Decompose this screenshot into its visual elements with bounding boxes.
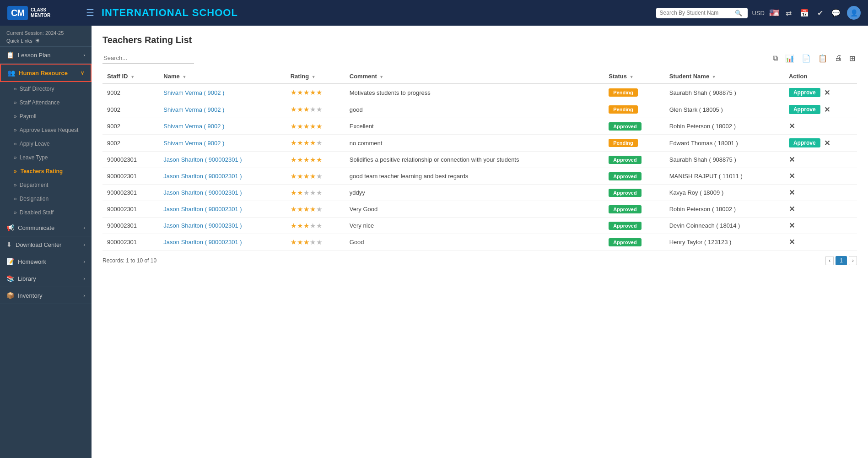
staff-name-link[interactable]: Jason Sharlton ( 900002301 ) [163, 222, 242, 229]
sidebar-sub-apply-leave[interactable]: » Apply Leave [0, 137, 92, 151]
inventory-icon: 📦 [6, 292, 14, 299]
col-header-status[interactable]: Status ▼ [604, 69, 664, 84]
star-2-icon: ★ [297, 139, 303, 147]
star-3-icon: ★ [303, 122, 309, 131]
status-badge: Pending [609, 88, 637, 97]
delete-button[interactable]: ✕ [789, 172, 795, 180]
sidebar-sub-designation[interactable]: » Designation [0, 192, 92, 206]
cell-action: ✕ [784, 152, 857, 168]
flag-icon[interactable]: 🇺🇸 [769, 8, 779, 18]
cell-comment: Excellent [345, 118, 604, 135]
check-icon[interactable]: ✔ [815, 7, 825, 19]
col-header-rating[interactable]: Rating ▼ [286, 69, 345, 84]
delete-button[interactable]: ✕ [789, 238, 795, 246]
table-search-input[interactable] [102, 53, 194, 64]
column-visibility-icon[interactable]: ⊞ [847, 53, 857, 64]
staff-name-link[interactable]: Jason Sharlton ( 900002301 ) [163, 173, 242, 180]
star-2-icon: ★ [297, 205, 303, 213]
delete-button[interactable]: ✕ [789, 221, 795, 230]
next-page-button[interactable]: › [849, 256, 857, 265]
col-header-name[interactable]: Name ▼ [159, 69, 286, 84]
star-4-icon: ★ [310, 189, 316, 197]
delete-button[interactable]: ✕ [789, 155, 795, 164]
cell-status: Approved [604, 152, 664, 168]
prev-page-button[interactable]: ‹ [825, 256, 834, 265]
cell-name: Jason Sharlton ( 900002301 ) [159, 168, 286, 185]
sidebar: Current Session: 2024-25 Quick Links ⊞ 📋… [0, 26, 92, 458]
staff-name-link[interactable]: Shivam Verma ( 9002 ) [163, 140, 224, 147]
delete-button[interactable]: ✕ [824, 105, 830, 114]
cell-name: Shivam Verma ( 9002 ) [159, 84, 286, 101]
sidebar-sub-staff-attendance[interactable]: » Staff Attendance [0, 96, 92, 109]
action-cell: ✕ [789, 238, 852, 246]
student-search-input[interactable] [660, 10, 733, 16]
status-badge: Approved [609, 238, 641, 246]
star-3-icon: ★ [303, 189, 309, 197]
staff-name-link[interactable]: Jason Sharlton ( 900002301 ) [163, 189, 242, 196]
star-4-icon: ★ [310, 139, 316, 147]
copy-icon[interactable]: ⧉ [771, 53, 780, 63]
cell-comment: good [345, 101, 604, 118]
cell-comment: Solidifies a positive relationship or co… [345, 152, 604, 168]
sidebar-sub-label: Staff Directory [20, 86, 54, 92]
sidebar-item-homework[interactable]: 📝 Homework › [0, 253, 92, 270]
delete-button[interactable]: ✕ [789, 205, 795, 213]
sidebar-item-communicate[interactable]: 📢 Communicate › [0, 219, 92, 236]
user-avatar[interactable]: 👤 [847, 6, 861, 20]
sidebar-item-inventory[interactable]: 📦 Inventory › [0, 287, 92, 304]
delete-button[interactable]: ✕ [789, 188, 795, 197]
staff-name-link[interactable]: Jason Sharlton ( 900002301 ) [163, 206, 242, 213]
approve-button[interactable]: Approve [789, 105, 820, 114]
approve-button[interactable]: Approve [789, 88, 820, 97]
staff-name-link[interactable]: Shivam Verma ( 9002 ) [163, 89, 224, 96]
delete-button[interactable]: ✕ [824, 139, 830, 147]
cell-comment: Very nice [345, 218, 604, 234]
delete-button[interactable]: ✕ [824, 88, 830, 97]
sidebar-sub-disabled-staff[interactable]: » Disabled Staff [0, 206, 92, 219]
sidebar-sub-leave-type[interactable]: » Leave Type [0, 151, 92, 164]
approve-button[interactable]: Approve [789, 138, 820, 147]
staff-name-link[interactable]: Shivam Verma ( 9002 ) [163, 123, 224, 130]
sub-arrow-icon: » [14, 86, 17, 92]
col-header-student-name[interactable]: Student Name ▼ [665, 69, 784, 84]
star-2-icon: ★ [297, 105, 303, 114]
delete-button[interactable]: ✕ [789, 122, 795, 131]
sidebar-sub-payroll[interactable]: » Payroll [0, 109, 92, 123]
sidebar-sub-approve-leave[interactable]: » Approve Leave Request [0, 123, 92, 137]
sidebar-item-lesson-plan[interactable]: 📋 Lesson Plan › [0, 47, 92, 64]
sub-arrow-icon: » [14, 113, 17, 120]
star-2-icon: ★ [297, 238, 303, 246]
sidebar-item-library[interactable]: 📚 Library › [0, 270, 92, 287]
hamburger-icon[interactable]: ☰ [86, 7, 94, 18]
exchange-icon[interactable]: ⇄ [784, 7, 793, 19]
page-1-button[interactable]: 1 [836, 256, 847, 265]
calendar-icon[interactable]: 📅 [798, 7, 811, 19]
pdf-export-icon[interactable]: 📋 [816, 53, 829, 64]
cell-name: Jason Sharlton ( 900002301 ) [159, 234, 286, 251]
staff-name-link[interactable]: Shivam Verma ( 9002 ) [163, 106, 224, 113]
excel-export-icon[interactable]: 📊 [783, 53, 796, 64]
col-header-comment[interactable]: Comment ▼ [345, 69, 604, 84]
cell-name: Jason Sharlton ( 900002301 ) [159, 201, 286, 218]
sidebar-sub-staff-directory[interactable]: » Staff Directory [0, 82, 92, 96]
csv-export-icon[interactable]: 📄 [800, 53, 813, 64]
sidebar-sub-teachers-rating[interactable]: Teachers Rating [0, 164, 92, 178]
search-icon[interactable]: 🔍 [735, 10, 742, 16]
whatsapp-icon[interactable]: 💬 [830, 7, 842, 19]
status-badge: Approved [609, 222, 641, 230]
sidebar-item-download-center[interactable]: ⬇ Download Center › [0, 236, 92, 253]
star-4-icon: ★ [310, 122, 316, 131]
student-search-box[interactable]: 🔍 [656, 8, 748, 18]
sidebar-sub-department[interactable]: » Department [0, 178, 92, 192]
quick-links[interactable]: Quick Links ⊞ [6, 38, 85, 44]
staff-name-link[interactable]: Jason Sharlton ( 900002301 ) [163, 156, 242, 163]
sidebar-item-human-resource[interactable]: 👥 Human Resource ∨ [0, 64, 92, 82]
staff-name-link[interactable]: Jason Sharlton ( 900002301 ) [163, 239, 242, 245]
quick-links-icon: ⊞ [35, 38, 39, 44]
cell-rating: ★★★★★ [286, 234, 345, 251]
cell-rating: ★★★★★ [286, 118, 345, 135]
print-icon[interactable]: 🖨 [833, 53, 844, 63]
homework-icon: 📝 [6, 258, 14, 265]
col-header-staff-id[interactable]: Staff ID ▼ [102, 69, 159, 84]
sidebar-sub-label: Staff Attendance [20, 99, 60, 106]
